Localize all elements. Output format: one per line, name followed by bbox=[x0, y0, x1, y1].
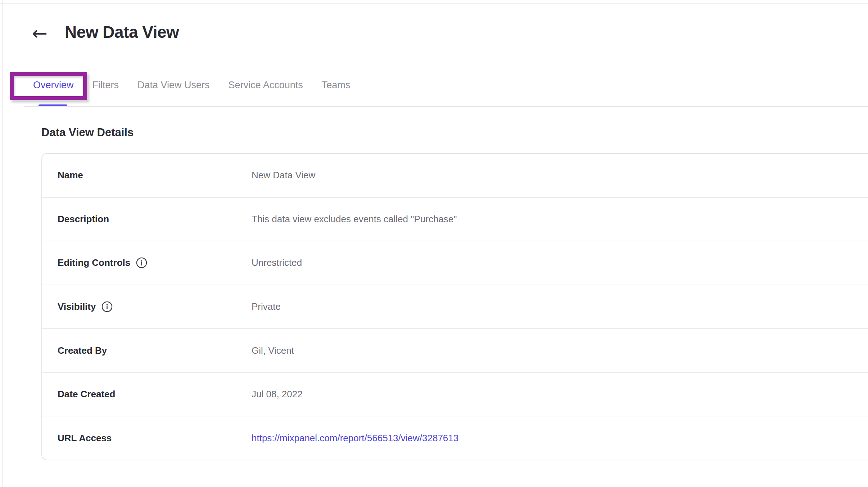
table-row: VisibilityPrivate bbox=[42, 285, 868, 329]
row-label: Editing Controls bbox=[58, 257, 147, 268]
tab-bar-divider bbox=[24, 106, 868, 107]
row-label: Date Created bbox=[58, 389, 115, 400]
table-row: URL Accesshttps://mixpanel.com/report/56… bbox=[42, 416, 868, 460]
row-label-text: URL Access bbox=[58, 433, 112, 444]
row-label-text: Description bbox=[58, 214, 109, 225]
row-label: URL Access bbox=[58, 433, 112, 444]
tab-data-view-users[interactable]: Data View Users bbox=[137, 80, 210, 91]
table-row: Date CreatedJul 08, 2022 bbox=[42, 372, 868, 416]
table-row: DescriptionThis data view excludes event… bbox=[42, 197, 868, 241]
row-label: Visibility bbox=[58, 301, 113, 312]
data-view-details-card: NameNew Data ViewDescriptionThis data vi… bbox=[41, 153, 868, 460]
row-label-text: Date Created bbox=[58, 389, 115, 400]
row-value: Private bbox=[252, 301, 281, 312]
arrow-left-icon: ← bbox=[32, 22, 48, 44]
table-row: Editing ControlsUnrestricted bbox=[42, 241, 868, 285]
row-value: This data view excludes events called "P… bbox=[252, 214, 457, 225]
section-heading: Data View Details bbox=[41, 126, 134, 139]
row-value: Gil, Vicent bbox=[252, 345, 294, 356]
window-top-border bbox=[0, 3, 868, 4]
info-icon[interactable] bbox=[101, 301, 113, 312]
info-icon[interactable] bbox=[136, 257, 147, 268]
row-label: Description bbox=[58, 214, 109, 225]
row-label-text: Created By bbox=[58, 345, 107, 356]
row-label-text: Editing Controls bbox=[58, 257, 130, 268]
tab-service-accounts[interactable]: Service Accounts bbox=[229, 80, 303, 91]
row-value: Jul 08, 2022 bbox=[252, 389, 303, 400]
page-title: New Data View bbox=[65, 22, 179, 42]
table-row: Created ByGil, Vicent bbox=[42, 328, 868, 372]
overview-tab-highlight-annotation bbox=[10, 72, 87, 100]
row-value: Unrestricted bbox=[252, 257, 302, 268]
row-label-text: Visibility bbox=[58, 301, 96, 312]
tab-teams[interactable]: Teams bbox=[322, 80, 351, 91]
window-left-border bbox=[3, 0, 3, 487]
row-label-text: Name bbox=[58, 170, 83, 181]
row-label: Name bbox=[58, 170, 83, 181]
tab-filters[interactable]: Filters bbox=[92, 80, 119, 91]
row-label: Created By bbox=[58, 345, 107, 356]
row-value: New Data View bbox=[252, 170, 315, 181]
url-access-link[interactable]: https://mixpanel.com/report/566513/view/… bbox=[252, 433, 458, 444]
back-button[interactable]: ← bbox=[28, 22, 51, 45]
table-row: NameNew Data View bbox=[42, 154, 868, 197]
